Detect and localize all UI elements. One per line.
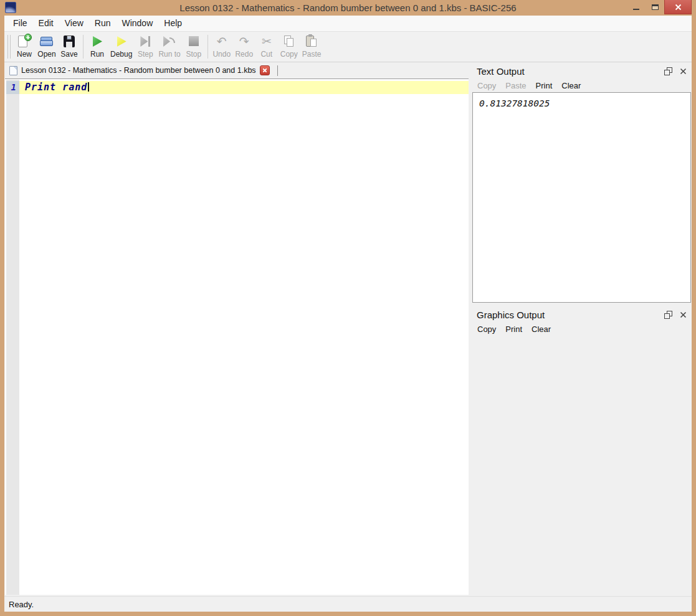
window-title: Lesson 0132 - Mathematics - Random bumbe… (75, 0, 621, 16)
toolbar-button-stop: Stop (183, 32, 205, 62)
paste-icon (303, 34, 320, 49)
undo-icon: ↶ (214, 34, 230, 49)
toolbar-label: Step (138, 50, 153, 59)
stop-icon (186, 34, 202, 49)
panel-title: Text Output (477, 66, 664, 77)
toolbar-label: Debug (110, 50, 132, 59)
editor-pane: Lesson 0132 - Mathematics - Random bumbe… (5, 62, 469, 595)
line-number: 1 (6, 81, 19, 94)
toolbar-label: Stop (186, 50, 201, 59)
maximize-button[interactable] (646, 0, 664, 14)
code-text: Print rand (19, 81, 469, 94)
text-output-header: Text Output (472, 62, 692, 77)
text-output-copy-button: Copy (477, 81, 496, 90)
toolbar-button-debug[interactable]: Debug (108, 32, 134, 62)
graphics-output-copy-button[interactable]: Copy (477, 325, 496, 334)
toolbar-label: Run to (158, 50, 180, 59)
tab-close-button[interactable] (260, 65, 270, 75)
toolbar-button-new[interactable]: New (13, 32, 36, 62)
text-output-value: 0.81327818025 (479, 98, 550, 108)
tab-bar: Lesson 0132 - Mathematics - Random bumbe… (5, 62, 469, 78)
menu-view[interactable]: View (59, 16, 89, 31)
toolbar-button-cut: ✂ Cut (255, 32, 278, 62)
close-icon (675, 4, 682, 11)
run-play-icon (89, 34, 105, 49)
menu-help[interactable]: Help (158, 16, 188, 31)
code-line[interactable]: 1 Print rand (6, 81, 469, 94)
maximize-icon (652, 4, 659, 10)
toolbar-button-run[interactable]: Run (86, 32, 108, 62)
window-content: File Edit View Run Window Help New Open … (4, 16, 692, 612)
new-file-icon (16, 34, 32, 49)
text-output-panel: Text Output Copy (472, 62, 692, 303)
close-button[interactable] (664, 0, 692, 14)
graphics-output-toolbar: Copy Print Clear (472, 322, 692, 336)
toolbar-button-step: Step (134, 32, 156, 62)
side-panels: Text Output Copy (472, 62, 692, 596)
open-folder-icon (39, 34, 55, 49)
toolbar-label: Open (37, 50, 55, 59)
graphics-output-panel: Graphics Output Copy (472, 306, 692, 596)
text-output-print-button[interactable]: Print (536, 81, 553, 90)
toolbar-label: Redo (235, 50, 253, 59)
code-editor[interactable]: 1 Print rand (5, 78, 469, 595)
menu-bar: File Edit View Run Window Help (4, 16, 692, 32)
text-output-paste-button: Paste (505, 81, 526, 90)
close-panel-icon[interactable] (680, 68, 687, 75)
toolbar-button-run-to: Run to (156, 32, 182, 62)
tab-current-file[interactable]: Lesson 0132 - Mathematics - Random bumbe… (5, 63, 274, 78)
menu-edit[interactable]: Edit (33, 16, 59, 31)
toolbar-button-redo: ↷ Redo (233, 32, 255, 62)
debug-play-icon (113, 34, 130, 49)
app-window: Lesson 0132 - Mathematics - Random bumbe… (0, 0, 696, 616)
menu-window[interactable]: Window (116, 16, 158, 31)
float-panel-icon[interactable] (664, 67, 672, 75)
toolbar-label: Run (90, 50, 104, 59)
toolbar-drag-handle[interactable] (7, 35, 11, 59)
toolbar-button-open[interactable]: Open (36, 32, 58, 62)
toolbar-label: New (17, 50, 32, 59)
toolbar-button-undo: ↶ Undo (211, 32, 233, 62)
tabbar-separator (277, 65, 278, 76)
main-area: Lesson 0132 - Mathematics - Random bumbe… (4, 62, 692, 596)
toolbar-separator (83, 35, 83, 59)
app-icon (5, 2, 16, 13)
status-bar: Ready. (4, 596, 692, 612)
run-to-icon (161, 34, 178, 49)
text-output-toolbar: Copy Paste Print Clear (472, 78, 692, 93)
minimize-button[interactable] (627, 0, 646, 14)
text-output-area[interactable]: 0.81327818025 (472, 92, 691, 303)
minimize-icon (633, 9, 639, 10)
graphics-output-header: Graphics Output (472, 306, 692, 321)
text-output-clear-button[interactable]: Clear (561, 81, 581, 90)
copy-icon (281, 34, 297, 49)
save-floppy-icon (61, 34, 77, 49)
tab-label: Lesson 0132 - Mathematics - Random bumbe… (21, 66, 256, 75)
menu-run[interactable]: Run (89, 16, 117, 31)
toolbar-label: Copy (280, 50, 298, 59)
redo-icon: ↷ (236, 34, 252, 49)
cut-icon: ✂ (259, 34, 275, 49)
tool-bar: New Open Save Run Debug Step (4, 32, 692, 62)
status-text: Ready. (9, 600, 34, 609)
window-controls (627, 0, 692, 14)
toolbar-label: Save (60, 50, 77, 59)
float-panel-icon[interactable] (664, 311, 672, 319)
graphics-output-print-button[interactable]: Print (505, 325, 522, 334)
toolbar-label: Undo (212, 50, 231, 59)
step-icon (137, 34, 153, 49)
close-panel-icon[interactable] (680, 311, 687, 318)
document-icon (9, 66, 17, 75)
toolbar-button-save[interactable]: Save (58, 32, 80, 62)
toolbar-label: Paste (302, 50, 322, 59)
line-number-gutter (6, 80, 19, 595)
text-caret (88, 82, 89, 92)
toolbar-label: Cut (260, 50, 272, 59)
code-content: Print rand (25, 82, 87, 93)
panel-title: Graphics Output (477, 310, 664, 320)
graphics-output-clear-button[interactable]: Clear (532, 325, 551, 334)
menu-file[interactable]: File (7, 16, 33, 31)
toolbar-button-paste: Paste (300, 32, 323, 62)
toolbar-separator (207, 35, 208, 59)
title-bar: Lesson 0132 - Mathematics - Random bumbe… (0, 0, 696, 16)
